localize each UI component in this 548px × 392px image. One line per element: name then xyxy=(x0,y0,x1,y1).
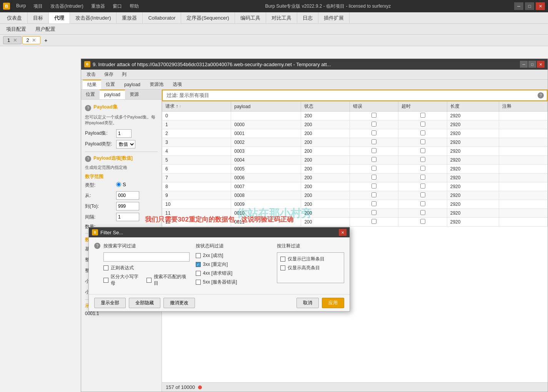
menu-help[interactable]: 帮助 xyxy=(127,2,142,10)
intruder-tab-payload[interactable]: payload xyxy=(120,80,145,89)
payload-set-input[interactable] xyxy=(116,129,132,138)
table-row[interactable]: 3 0002 200 2920 xyxy=(162,138,548,147)
table-row[interactable]: 8 0007 200 2920 xyxy=(162,182,548,191)
menu-project[interactable]: 项目 xyxy=(30,2,46,10)
cell-error[interactable] xyxy=(350,209,398,218)
case-checkbox[interactable] xyxy=(103,278,108,283)
intruder-tab-resource-pool[interactable]: 资源池 xyxy=(145,80,168,89)
to-input[interactable] xyxy=(116,202,139,210)
search-input[interactable] xyxy=(103,252,190,262)
status-4xx-checkbox[interactable] xyxy=(196,271,201,276)
table-row[interactable]: 2 0001 200 2920 xyxy=(162,129,548,138)
table-row[interactable]: 6 0005 200 2920 xyxy=(162,165,548,173)
instance-tab-2-close[interactable]: ✕ xyxy=(32,37,36,43)
tab-compare[interactable]: 对比工具 xyxy=(266,12,297,23)
annotated-checkbox[interactable] xyxy=(280,257,285,262)
highlight-checkbox[interactable] xyxy=(280,265,285,270)
cancel-button[interactable]: 取消 xyxy=(296,298,319,308)
cell-error[interactable] xyxy=(350,156,398,165)
cell-timeout[interactable] xyxy=(398,120,447,129)
intruder-close[interactable]: ✕ xyxy=(537,61,545,68)
dialog-help-icon[interactable]: ? xyxy=(94,243,100,249)
cell-timeout[interactable] xyxy=(398,191,447,200)
cell-error[interactable] xyxy=(350,182,398,191)
intruder-tab-options[interactable]: 选项 xyxy=(168,80,187,89)
instance-tab-1[interactable]: 1 ✕ xyxy=(3,36,22,44)
sidebar-tab-position[interactable]: 位置 xyxy=(81,90,100,99)
filter-question-icon[interactable]: ? xyxy=(538,92,544,98)
table-row[interactable]: 12 0011 200 2920 xyxy=(162,218,548,227)
cell-timeout[interactable] xyxy=(398,112,447,120)
show-all-button[interactable]: 显示全部 xyxy=(94,298,126,308)
menu-repeater[interactable]: 重放器 xyxy=(88,2,108,10)
table-row[interactable]: 5 0004 200 2920 xyxy=(162,156,548,165)
payload-type-select[interactable]: 数值 xyxy=(116,140,135,148)
cell-error[interactable] xyxy=(350,165,398,173)
menu-intruder[interactable]: 攻击器(Intruder) xyxy=(47,2,86,10)
dialog-close-button[interactable]: ✕ xyxy=(339,229,346,236)
cell-error[interactable] xyxy=(350,173,398,182)
add-tab-button[interactable]: + xyxy=(41,37,50,44)
cell-error[interactable] xyxy=(350,147,398,156)
table-row[interactable]: 0 200 2920 xyxy=(162,112,548,120)
cell-timeout[interactable] xyxy=(398,147,447,156)
cell-timeout[interactable] xyxy=(398,200,447,209)
cell-timeout[interactable] xyxy=(398,129,447,138)
tab-extensions[interactable]: 插件扩展 xyxy=(318,12,350,23)
filter-help-icon[interactable]: ? xyxy=(538,92,544,98)
instance-tab-1-close[interactable]: ✕ xyxy=(13,37,17,43)
intruder-menu-save[interactable]: 保存 xyxy=(100,70,117,78)
intruder-maximize[interactable]: □ xyxy=(528,61,536,68)
filter-bar[interactable]: 过滤: 显示所有项目 ? 点击这里进行过滤 xyxy=(162,90,548,101)
table-row[interactable]: 10 0009 200 2920 xyxy=(162,200,548,209)
cell-timeout[interactable] xyxy=(398,173,447,182)
table-row[interactable]: 4 0003 200 2920 xyxy=(162,147,548,156)
payload-options-help[interactable]: ? xyxy=(85,156,91,162)
tab-log[interactable]: 日志 xyxy=(297,12,318,23)
cell-timeout[interactable] xyxy=(398,156,447,165)
table-row[interactable]: 1 0000 200 2920 xyxy=(162,120,548,129)
tab-target[interactable]: 目标 xyxy=(28,12,49,23)
intruder-tab-results[interactable]: 结果 xyxy=(83,80,101,89)
cell-error[interactable] xyxy=(350,129,398,138)
cell-timeout[interactable] xyxy=(398,209,447,218)
undo-button[interactable]: 撤消更改 xyxy=(163,298,195,308)
nomatch-checkbox[interactable] xyxy=(147,278,152,283)
hide-all-button[interactable]: 全部隐藏 xyxy=(129,298,160,308)
cell-error[interactable] xyxy=(350,218,398,227)
tab-repeater[interactable]: 重放器 xyxy=(117,12,143,23)
sub-tab-project-config[interactable]: 项目配置 xyxy=(2,24,31,34)
cell-error[interactable] xyxy=(350,138,398,147)
intruder-tab-positions[interactable]: 位置 xyxy=(101,80,120,89)
cell-error[interactable] xyxy=(350,191,398,200)
status-3xx-checkbox[interactable]: ✓ xyxy=(196,262,201,267)
tab-dashboard[interactable]: 仪表盘 xyxy=(2,12,28,23)
cell-error[interactable] xyxy=(350,112,398,120)
maximize-button[interactable]: □ xyxy=(525,2,534,10)
apply-button[interactable]: 应用 xyxy=(322,298,344,308)
sidebar-tab-resource[interactable]: 资源 xyxy=(125,90,143,99)
cell-timeout[interactable] xyxy=(398,218,447,227)
menu-burp[interactable]: Burp xyxy=(13,2,29,10)
payload-set-help[interactable]: ? xyxy=(85,105,91,111)
cell-timeout[interactable] xyxy=(398,165,447,173)
tab-sequencer[interactable]: 定序器(Sequencer) xyxy=(181,12,235,23)
cell-error[interactable] xyxy=(350,120,398,129)
tab-collaborator[interactable]: Collaborator xyxy=(143,12,181,23)
table-row[interactable]: 9 0008 200 2920 xyxy=(162,191,548,200)
cell-error[interactable] xyxy=(350,200,398,209)
tab-encoder[interactable]: 编码工具 xyxy=(235,12,266,23)
tab-intruder[interactable]: 攻击器(Intruder) xyxy=(70,12,117,23)
intruder-minimize[interactable]: ─ xyxy=(520,61,528,68)
minimize-button[interactable]: ─ xyxy=(514,2,523,10)
intruder-menu-attack[interactable]: 攻击 xyxy=(83,70,100,78)
menu-window[interactable]: 窗口 xyxy=(110,2,125,10)
from-input[interactable] xyxy=(116,191,139,200)
col-request[interactable]: 请求 ↑ xyxy=(162,102,231,112)
type-radio-input[interactable] xyxy=(116,182,121,187)
instance-tab-2[interactable]: 2 ✕ xyxy=(22,36,41,44)
cell-timeout[interactable] xyxy=(398,182,447,191)
status-5xx-checkbox[interactable] xyxy=(196,280,201,285)
status-2xx-checkbox[interactable] xyxy=(196,253,201,258)
sub-tab-user-config[interactable]: 用户配置 xyxy=(31,24,60,34)
